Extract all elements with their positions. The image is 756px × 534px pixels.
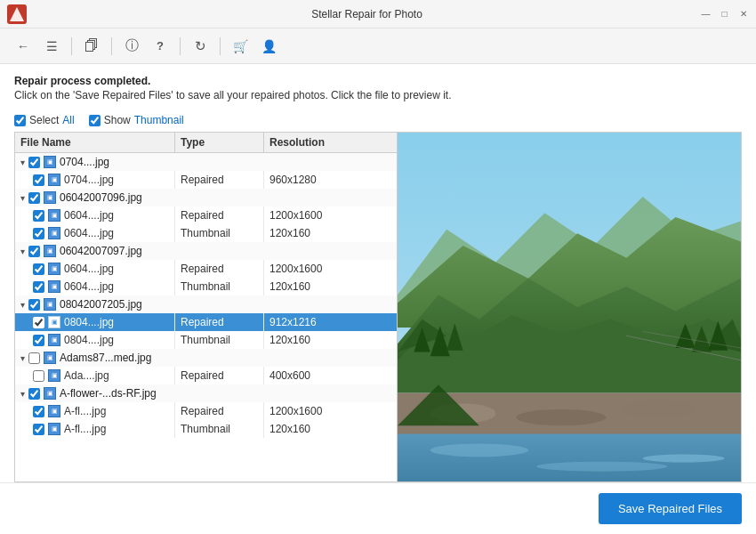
- file-type-cell: Repaired: [175, 206, 264, 224]
- maximize-button[interactable]: □: [719, 8, 730, 20]
- back-button[interactable]: ←: [11, 34, 36, 59]
- file-name-cell: ▣Ada....jpg: [15, 367, 175, 384]
- show-thumbnail-label[interactable]: Show Thumbnail: [89, 114, 184, 126]
- table-row[interactable]: ▣0604....jpgRepaired1200x1600: [15, 206, 397, 224]
- all-link[interactable]: All: [62, 114, 74, 126]
- file-checkbox[interactable]: [33, 210, 44, 222]
- file-icon: ▣: [44, 191, 56, 204]
- group-row[interactable]: ▾▣08042007205.jpg: [15, 295, 397, 313]
- svg-point-9: [536, 462, 667, 472]
- filename-text: 0604....jpg: [64, 209, 114, 222]
- status-message: Repair process completed. Click on the '…: [14, 75, 742, 101]
- file-resolution-cell: 1200x1600: [264, 402, 371, 420]
- thumbnail-link[interactable]: Thumbnail: [134, 114, 184, 126]
- user-button[interactable]: 👤: [256, 34, 281, 59]
- file-resolution-cell: 960x1280: [264, 171, 371, 189]
- table-row[interactable]: ▣0804....jpgThumbnail120x160: [15, 331, 397, 349]
- group-checkbox[interactable]: [28, 388, 40, 400]
- svg-point-14: [623, 400, 696, 418]
- cart-button[interactable]: 🛒: [228, 34, 253, 59]
- minimize-button[interactable]: —: [700, 8, 712, 20]
- group-checkbox[interactable]: [28, 246, 40, 257]
- help-button[interactable]: ?: [148, 34, 173, 59]
- file-name-cell: ▣0604....jpg: [15, 224, 175, 242]
- table-row[interactable]: ▣0704....jpgRepaired960x1280: [15, 171, 397, 189]
- select-all-checkbox[interactable]: [14, 115, 26, 126]
- table-header: File Name Type Resolution: [15, 133, 397, 153]
- save-repaired-files-button[interactable]: Save Repaired Files: [599, 493, 742, 524]
- header-resolution: Resolution: [264, 133, 371, 152]
- header-filename: File Name: [15, 133, 175, 152]
- group-checkbox[interactable]: [28, 192, 40, 204]
- file-checkbox[interactable]: [33, 335, 44, 346]
- file-checkbox[interactable]: [33, 281, 44, 293]
- close-button[interactable]: ✕: [737, 8, 749, 20]
- file-type-cell: Thumbnail: [175, 224, 264, 242]
- file-resolution-cell: 400x600: [264, 367, 371, 384]
- file-checkbox[interactable]: [33, 263, 44, 275]
- file-name-cell: ▣0604....jpg: [15, 206, 175, 224]
- file-type-icon: ▣: [48, 227, 60, 239]
- chevron-icon: ▾: [20, 247, 25, 256]
- chevron-icon: ▾: [20, 193, 25, 203]
- info-button[interactable]: ⓘ: [119, 34, 144, 59]
- table-row[interactable]: ▣0604....jpgThumbnail120x160: [15, 278, 397, 295]
- select-all-label[interactable]: Select All: [14, 114, 75, 126]
- table-row[interactable]: ▣A-fl....jpgThumbnail120x160: [15, 420, 397, 438]
- file-checkbox[interactable]: [33, 228, 44, 239]
- table-row[interactable]: ▣0804....jpgRepaired912x1216: [15, 313, 397, 331]
- svg-point-13: [516, 409, 606, 425]
- file-name-cell: ▣0604....jpg: [15, 260, 175, 278]
- file-type-cell: Repaired: [175, 367, 264, 384]
- separator-1: [71, 37, 72, 55]
- footer: Save Repaired Files: [0, 482, 756, 534]
- filename-text: Ada....jpg: [64, 369, 109, 382]
- group-row[interactable]: ▾▣06042007096.jpg: [15, 189, 397, 206]
- file-button[interactable]: 🗍: [79, 34, 104, 59]
- toolbar: ← ☰ 🗍 ⓘ ? ↻ 🛒 👤: [0, 28, 756, 64]
- table-row[interactable]: ▣Ada....jpgRepaired400x600: [15, 367, 397, 384]
- app-logo: [7, 4, 27, 24]
- file-checkbox[interactable]: [33, 424, 44, 435]
- file-name-cell: ▣0804....jpg: [15, 313, 175, 331]
- preview-area: [398, 133, 741, 481]
- group-row[interactable]: ▾▣0704....jpg: [15, 153, 397, 171]
- group-row[interactable]: ▾▣06042007097.jpg: [15, 242, 397, 260]
- file-resolution-cell: 120x160: [264, 331, 371, 349]
- table-row[interactable]: ▣0604....jpgThumbnail120x160: [15, 224, 397, 242]
- chevron-icon: ▾: [20, 389, 25, 399]
- file-type-icon: ▣: [48, 334, 60, 346]
- file-checkbox[interactable]: [33, 370, 44, 382]
- refresh-button[interactable]: ↻: [188, 34, 213, 59]
- chevron-icon: ▾: [20, 300, 25, 310]
- table-row[interactable]: ▣0604....jpgRepaired1200x1600: [15, 260, 397, 278]
- file-icon: ▣: [44, 352, 56, 364]
- title-bar: Stellar Repair for Photo — □ ✕: [0, 0, 756, 28]
- file-checkbox[interactable]: [33, 406, 44, 417]
- file-checkbox[interactable]: [33, 317, 44, 328]
- window-title: Stellar Repair for Photo: [34, 8, 700, 20]
- file-icon: ▣: [44, 245, 56, 257]
- separator-4: [220, 37, 221, 55]
- separator-3: [180, 37, 181, 55]
- group-checkbox[interactable]: [28, 299, 40, 311]
- group-checkbox[interactable]: [28, 157, 40, 168]
- file-checkbox[interactable]: [33, 174, 44, 186]
- controls-row: Select All Show Thumbnail: [14, 114, 742, 126]
- table-body[interactable]: ▾▣0704....jpg▣0704....jpgRepaired960x128…: [15, 153, 397, 481]
- file-resolution-cell: 120x160: [264, 278, 371, 295]
- show-checkbox[interactable]: [89, 115, 101, 126]
- file-name-cell: ▣A-fl....jpg: [15, 402, 175, 420]
- status-info: Click on the 'Save Repaired Files' to sa…: [14, 89, 742, 101]
- group-checkbox[interactable]: [28, 352, 40, 364]
- group-row[interactable]: ▾▣Adams87...med.jpg: [15, 349, 397, 367]
- file-type-cell: Thumbnail: [175, 420, 264, 438]
- separator-2: [111, 37, 112, 55]
- table-row[interactable]: ▣A-fl....jpgRepaired1200x1600: [15, 402, 397, 420]
- file-type-cell: Repaired: [175, 260, 264, 278]
- group-row[interactable]: ▾▣A-flower-...ds-RF.jpg: [15, 384, 397, 402]
- file-name-cell: ▣0604....jpg: [15, 278, 175, 295]
- menu-button[interactable]: ☰: [39, 34, 64, 59]
- file-name-cell: ▣0804....jpg: [15, 331, 175, 349]
- file-type-icon: ▣: [48, 209, 60, 222]
